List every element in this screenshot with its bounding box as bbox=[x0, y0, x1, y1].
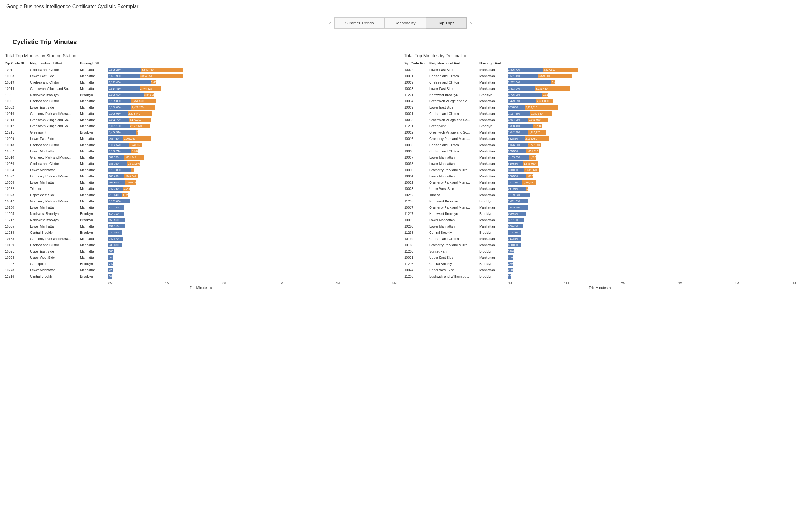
bar-wrapper: 1,075,520937,050 bbox=[508, 187, 605, 191]
right-col-neighborhood: Neighborhood End bbox=[429, 61, 479, 65]
page-header-title: Google Business Intelligence Certificate… bbox=[6, 4, 795, 10]
cell-borough: Manhattan bbox=[80, 174, 108, 178]
bar-area: 200,000 bbox=[108, 274, 397, 279]
bar-orange-label: 2,320,080 bbox=[537, 99, 549, 103]
cell-neighborhood: Upper West Side bbox=[30, 256, 80, 260]
bar-wrapper: 320,000 bbox=[508, 249, 605, 253]
bar-orange-label: 1,420,510 bbox=[126, 181, 138, 184]
bar-blue-label: 861,180 bbox=[508, 218, 518, 222]
cell-neighborhood: Greenwich Village and So... bbox=[429, 99, 479, 103]
cell-zip: 10024 bbox=[5, 256, 30, 260]
bar-wrapper: 1,152,000 bbox=[108, 199, 205, 204]
cell-borough: Manhattan bbox=[80, 87, 108, 91]
table-row: 10003Lower East SideManhattan3,231,4301,… bbox=[404, 86, 796, 92]
table-row: 10010Gramercy Park and Murra...Manhattan… bbox=[5, 154, 397, 160]
bar-orange-label: 1,543,840 bbox=[124, 175, 136, 178]
bar-area: 1,651,910935,550 bbox=[508, 149, 796, 154]
cell-neighborhood: Northwest Brooklyn bbox=[30, 218, 80, 222]
cell-borough: Brooklyn bbox=[479, 262, 508, 266]
bar-blue-label: 1,139,320 bbox=[508, 193, 520, 196]
bar-wrapper: 2,427,2701,180,050 bbox=[108, 105, 205, 110]
table-row: 10023Upper West SideManhattan1,075,52093… bbox=[404, 186, 796, 192]
cell-zip: 10010 bbox=[5, 155, 30, 159]
bar-blue-label: 1,062,780 bbox=[109, 118, 121, 121]
cell-borough: Manhattan bbox=[479, 187, 508, 191]
charts-container: Total Trip Minutes by Starting Station Z… bbox=[0, 50, 801, 289]
tab-summer-trends[interactable]: Summer Trends bbox=[335, 17, 384, 29]
cell-neighborhood: Lower Manhattan bbox=[429, 174, 479, 178]
bar-area: 1,061,010 bbox=[508, 199, 796, 204]
bar-wrapper: 3,231,4301,413,940 bbox=[508, 87, 605, 91]
table-row: 10038Lower ManhattanManhattan1,556,95081… bbox=[404, 160, 796, 167]
cell-zip: 10004 bbox=[404, 174, 429, 178]
bar-blue-label: 870,000 bbox=[508, 168, 518, 171]
cell-borough: Manhattan bbox=[80, 68, 108, 72]
page-title-section: Cyclistic Trip Minutes bbox=[5, 33, 796, 50]
bar-wrapper: 861,180 bbox=[508, 218, 605, 222]
right-sort-icon[interactable]: ⇅ bbox=[609, 286, 611, 289]
cell-borough: Brooklyn bbox=[80, 93, 108, 97]
cell-zip: 10018 bbox=[404, 149, 429, 153]
cell-zip: 11211 bbox=[5, 131, 30, 134]
bar-area: 220,000 bbox=[108, 268, 397, 272]
table-row: 10013Greenwich Village and So...Manhatta… bbox=[5, 117, 397, 123]
bar-blue-label: 250,000 bbox=[508, 268, 518, 272]
cell-borough: Manhattan bbox=[80, 149, 108, 153]
bar-blue-label: 852,210 bbox=[109, 225, 119, 228]
bar-area: 320,000 bbox=[508, 249, 796, 254]
bar-orange-label: 2,273,440 bbox=[128, 112, 140, 115]
bar-blue-label: 935,550 bbox=[508, 150, 518, 153]
cell-neighborhood: Greenwich Village and So... bbox=[429, 118, 479, 122]
cell-neighborhood: Bushwick and Williamsbu... bbox=[429, 274, 479, 278]
table-row: 10036Chelsea and ClintonManhattan1,727,6… bbox=[404, 142, 796, 148]
cell-neighborhood: Gramercy Park and Murra... bbox=[429, 168, 479, 172]
cell-neighborhood: Chelsea and Clinton bbox=[429, 112, 479, 115]
right-col-borough: Borough End bbox=[479, 61, 508, 65]
right-axis-title: Trip Minutes ⇅ bbox=[404, 286, 796, 289]
table-row: 10010Gramercy Park and Murra...Manhattan… bbox=[404, 167, 796, 173]
bar-wrapper: 2,454,5601,169,800 bbox=[108, 99, 205, 103]
right-col-bar bbox=[508, 61, 796, 65]
cell-neighborhood: Upper West Side bbox=[30, 193, 80, 197]
table-row: 10005Lower ManhattanManhattan861,180 bbox=[404, 217, 796, 223]
bar-blue-label: 260,000 bbox=[109, 256, 119, 259]
cell-zip: 10011 bbox=[404, 74, 429, 78]
table-row: 10278Lower ManhattanManhattan220,000 bbox=[5, 267, 397, 273]
left-sort-icon[interactable]: ⇅ bbox=[210, 286, 212, 289]
bar-orange-label: 2,341,850 bbox=[144, 93, 156, 96]
nav-prev-arrow[interactable]: ‹ bbox=[326, 19, 335, 27]
bar-area: 2,115,3001,786,500 bbox=[508, 92, 796, 97]
bar-blue-label: 1,042,480 bbox=[508, 131, 520, 134]
bar-orange-label: 1,146,000 bbox=[123, 187, 135, 190]
cell-neighborhood: Lower Manhattan bbox=[30, 206, 80, 209]
cell-zip: 10168 bbox=[5, 237, 30, 241]
bar-orange-label: 1,466,410 bbox=[529, 156, 541, 159]
cell-borough: Manhattan bbox=[80, 206, 108, 209]
bar-orange-label: 1,317,620 bbox=[526, 175, 538, 178]
cell-neighborhood: Lower Manhattan bbox=[30, 268, 80, 272]
table-row: 11201Northwest BrooklynBrooklyn2,341,850… bbox=[5, 92, 397, 98]
cell-borough: Manhattan bbox=[80, 193, 108, 197]
cell-zip: 10007 bbox=[5, 149, 30, 153]
bar-blue-label: 937,050 bbox=[508, 187, 518, 190]
nav-next-arrow[interactable]: › bbox=[466, 19, 475, 27]
tab-seasonality[interactable]: Seasonality bbox=[384, 17, 426, 29]
cell-neighborhood: Chelsea and Clinton bbox=[429, 237, 479, 241]
bar-area: 742,870 bbox=[108, 236, 397, 241]
tab-top-trips[interactable]: Top Trips bbox=[426, 17, 466, 29]
cell-borough: Manhattan bbox=[80, 112, 108, 115]
bar-orange-label: 3,329,260 bbox=[538, 75, 550, 78]
table-row: 10038Lower ManhattanManhattan1,420,51088… bbox=[5, 179, 397, 186]
bar-area: 1,023,770713,240 bbox=[108, 192, 397, 197]
right-axis-0M: 0M bbox=[508, 282, 512, 285]
bar-blue-label: 702,180 bbox=[508, 231, 518, 234]
cell-neighborhood: Chelsea and Clinton bbox=[30, 99, 80, 103]
cell-borough: Brooklyn bbox=[479, 249, 508, 253]
table-row: 10017Gramercy Park and Murra...Manhattan… bbox=[404, 204, 796, 211]
bar-blue-label: 929,670 bbox=[508, 212, 518, 215]
cell-zip: 10007 bbox=[404, 155, 429, 159]
cell-zip: 11238 bbox=[404, 231, 429, 234]
table-row: 10280Lower ManhattanManhattan800,440 bbox=[404, 223, 796, 229]
cell-borough: Manhattan bbox=[479, 193, 508, 197]
bar-blue-label: 1,180,050 bbox=[109, 106, 121, 109]
